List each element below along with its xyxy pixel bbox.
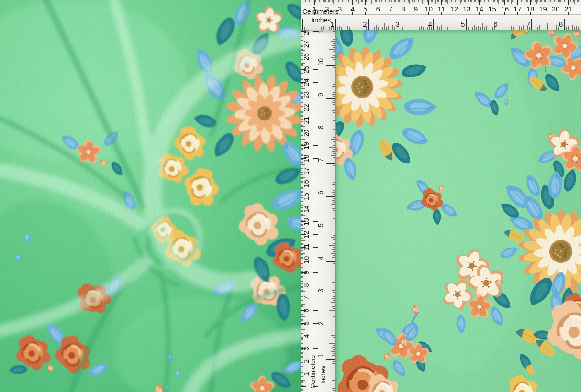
inch-number: 2 <box>317 321 324 325</box>
inch-number: 4 <box>428 20 432 28</box>
cm-number: 7 <box>389 5 392 13</box>
inch-number: 5 <box>317 223 324 227</box>
cm-number: 12 <box>302 230 310 238</box>
cm-number: 21 <box>564 5 572 13</box>
cm-number: 24 <box>302 78 310 86</box>
cm-number: 12 <box>450 5 458 13</box>
cm-number: 4 <box>350 5 354 13</box>
inch-number: 5 <box>461 20 465 28</box>
cm-number: 18 <box>526 5 535 13</box>
cm-number: 15 <box>488 5 496 13</box>
cm-number: 1 <box>313 5 316 13</box>
vertical-ruler-inches-label: Inches <box>319 365 326 384</box>
cm-number: 15 <box>302 193 310 200</box>
inch-number: 3 <box>395 20 399 28</box>
cm-number: 16 <box>501 5 509 13</box>
cm-number: 28 <box>302 30 310 35</box>
inch-number: 8 <box>559 20 563 28</box>
horizontal-ruler-numbers: 1234567891011121314151617181920211234567… <box>313 5 572 28</box>
cm-number: 2 <box>302 359 310 363</box>
dot-motif <box>504 99 508 106</box>
inch-number: 1 <box>330 20 334 28</box>
cm-number: 9 <box>414 5 418 13</box>
inch-number: 1 <box>317 354 324 358</box>
horizontal-ruler-scale: Centimeters Inches 123456789101112131415… <box>301 0 581 30</box>
inch-number: 7 <box>526 20 530 28</box>
cm-number: 21 <box>302 117 310 124</box>
cm-number: 10 <box>425 5 433 13</box>
cm-number: 22 <box>302 104 310 111</box>
horizontal-ruler-inches-label: Inches <box>311 16 331 24</box>
inch-number: 10 <box>317 58 324 66</box>
cm-number: 8 <box>402 5 405 13</box>
horizontal-ruler-centimeters-label: Centimeters <box>302 8 338 15</box>
cm-number: 14 <box>302 205 310 213</box>
cm-number: 9 <box>302 271 310 274</box>
cm-number: 27 <box>302 41 310 48</box>
cm-number: 16 <box>302 180 310 187</box>
cm-number: 17 <box>302 167 310 175</box>
dot-motif <box>176 370 180 377</box>
cm-number: 26 <box>302 53 310 61</box>
cm-number: 5 <box>302 321 310 325</box>
cm-number: 8 <box>302 283 310 287</box>
cm-number: 6 <box>376 5 380 13</box>
flat-fabric-panel <box>301 0 581 392</box>
cm-number: 6 <box>302 309 310 313</box>
cm-number: 1 <box>302 372 310 376</box>
inch-number: 3 <box>317 289 324 293</box>
swirled-fabric-panel <box>0 0 301 392</box>
vertical-ruler-centimeters-label: Centimeters <box>309 355 316 389</box>
cm-number: 19 <box>539 5 547 13</box>
vertical-ruler: Centimeters Inches 123456789101112131415… <box>301 30 336 392</box>
cm-number: 4 <box>302 334 310 338</box>
inch-number: 7 <box>317 158 324 162</box>
cm-number: 23 <box>302 91 310 99</box>
inch-number: 8 <box>317 125 324 129</box>
cm-number: 20 <box>552 5 560 13</box>
flat-fabric-illustration <box>301 0 581 392</box>
dot-motif <box>25 234 31 242</box>
inch-number: 6 <box>317 191 324 195</box>
cm-number: 11 <box>438 5 446 13</box>
vertical-ruler-numbers: 1234567891011121314151617181920212223242… <box>302 30 324 376</box>
vertical-ruler-scale: Centimeters Inches 123456789101112131415… <box>301 30 335 392</box>
inch-number: 2 <box>363 20 367 28</box>
cm-number: 17 <box>514 5 522 13</box>
swirled-fabric-illustration <box>0 0 301 392</box>
cm-number: 7 <box>302 296 310 300</box>
inch-number: 11 <box>317 30 324 33</box>
cm-number: 5 <box>363 5 367 13</box>
cm-number: 3 <box>338 5 342 13</box>
cm-number: 14 <box>476 5 484 13</box>
cm-number: 18 <box>302 154 310 162</box>
inch-number: 9 <box>317 93 324 97</box>
cm-number: 13 <box>302 218 310 226</box>
cm-number: 3 <box>302 347 310 350</box>
inch-number: 6 <box>493 20 497 28</box>
cm-number: 10 <box>302 256 310 264</box>
cm-number: 2 <box>325 5 329 13</box>
fabric-product-photo: Centimeters Inches 123456789101112131415… <box>0 0 581 392</box>
inch-number: 4 <box>317 256 324 260</box>
cm-number: 13 <box>463 5 471 13</box>
cm-number: 25 <box>302 66 310 74</box>
cm-number: 20 <box>302 129 310 137</box>
cm-number: 19 <box>302 142 310 150</box>
cm-number: 11 <box>302 244 310 251</box>
horizontal-ruler: Centimeters Inches 123456789101112131415… <box>301 0 581 30</box>
